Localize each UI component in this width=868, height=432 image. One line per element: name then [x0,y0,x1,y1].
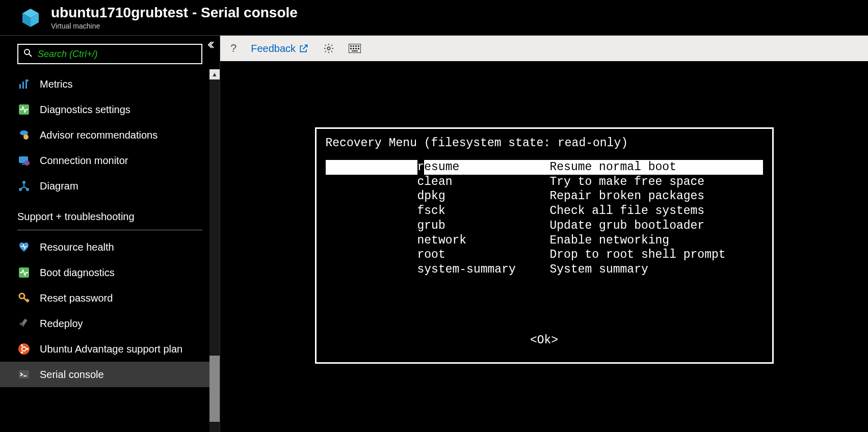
sidebar: Metrics Diagnostics settings Advisor rec… [0,36,220,432]
menu-item-key: clean [417,175,550,190]
page-title: ubuntu1710grubtest - Serial console [51,5,298,21]
heart-icon [17,240,31,254]
gear-icon [323,43,334,54]
connection-monitor-icon [17,154,31,167]
section-divider [17,230,202,230]
scroll-up-arrow-icon[interactable]: ▲ [209,69,220,79]
sidebar-item-label: Ubuntu Advantage support plan [40,343,182,355]
toolbar: ? Feedback [220,36,868,61]
diagram-icon [17,179,31,193]
nav-monitoring: Metrics Diagnostics settings Advisor rec… [0,69,220,199]
menu-item-desc: Drop to root shell prompt [550,248,726,262]
recovery-menu-title: Recovery Menu (filesystem state: read-on… [326,136,763,151]
page-subtitle: Virtual machine [51,22,298,30]
sidebar-item-label: Serial console [40,369,104,381]
svg-rect-5 [19,84,21,89]
help-button[interactable]: ? [230,42,236,55]
search-input[interactable] [38,49,196,60]
svg-rect-27 [19,370,29,379]
sidebar-item-ubuntu-advantage[interactable]: Ubuntu Advantage support plan [0,336,220,362]
menu-item-key: dpkg [417,189,550,204]
svg-rect-35 [350,48,352,49]
keyboard-icon [349,44,361,53]
svg-point-3 [24,49,30,55]
sidebar-item-boot-diagnostics[interactable]: Boot diagnostics [0,260,220,285]
sidebar-item-label: Connection monitor [40,155,128,167]
sidebar-item-label: Diagram [40,180,78,192]
sidebar-item-metrics[interactable]: Metrics [0,71,220,97]
feedback-button[interactable]: Feedback [251,43,309,55]
sidebar-item-connection-monitor[interactable]: Connection monitor [0,148,220,173]
menu-item-key: fsck [417,204,550,219]
redeploy-icon [17,317,31,330]
sidebar-scrollbar[interactable]: ▲ [209,69,220,432]
recovery-menu-item[interactable]: dpkgRepair broken packages [326,189,763,204]
ubuntu-icon [17,342,31,356]
settings-button[interactable] [323,43,334,54]
console-area[interactable]: Recovery Menu (filesystem state: read-on… [220,61,868,432]
sidebar-item-label: Metrics [40,78,72,90]
recovery-menu-item[interactable]: networkEnable networking [326,233,763,248]
menu-item-key: system-summary [417,262,550,277]
external-link-icon [299,43,309,53]
svg-rect-6 [22,82,24,89]
svg-point-25 [21,344,23,346]
recovery-menu-item[interactable]: resumeResume normal boot [326,160,763,175]
menu-item-desc: Resume normal boot [550,160,676,175]
menu-item-desc: Enable networking [550,233,670,248]
sidebar-item-label: Boot diagnostics [40,267,115,279]
sidebar-item-diagnostics-settings[interactable]: Diagnostics settings [0,97,220,122]
sidebar-item-serial-console[interactable]: Serial console [0,362,220,387]
svg-rect-31 [350,45,352,47]
svg-point-14 [24,160,30,166]
menu-item-key: resume [417,160,550,175]
recovery-menu-item[interactable]: cleanTry to make free space [326,175,763,190]
search-box[interactable] [17,44,202,64]
nav-support: Resource health Boot diagnostics Reset p… [0,232,220,387]
sidebar-item-diagram[interactable]: Diagram [0,173,220,199]
sidebar-item-resource-health[interactable]: Resource health [0,234,220,260]
ok-button[interactable]: <Ok> [326,333,763,348]
svg-point-11 [23,134,29,140]
main-pane: ? Feedback Recovery Menu (filesystem [220,36,868,432]
menu-item-desc: Try to make free space [550,175,705,190]
recovery-menu-item[interactable]: rootDrop to root shell prompt [326,248,763,262]
recovery-menu-box: Recovery Menu (filesystem state: read-on… [315,127,774,364]
sidebar-item-label: Reset password [40,292,113,304]
sidebar-item-reset-password[interactable]: Reset password [0,285,220,311]
svg-rect-37 [355,48,357,49]
recovery-menu-item[interactable]: system-summarySystem summary [326,262,763,277]
sidebar-item-label: Resource health [40,241,114,253]
menu-item-desc: Repair broken packages [550,189,705,204]
scrollbar-thumb[interactable] [209,356,220,422]
serial-console-icon [17,368,31,381]
menu-item-desc: Update grub bootloader [550,219,705,233]
svg-rect-13 [22,164,25,165]
boot-diagnostics-icon [17,266,31,279]
svg-point-19 [19,293,24,299]
svg-rect-39 [352,50,358,51]
menu-item-key: root [417,248,550,262]
sidebar-item-advisor[interactable]: Advisor recommendations [0,122,220,148]
svg-rect-33 [355,45,357,47]
search-icon [23,48,33,60]
sidebar-item-label: Redeploy [40,318,83,330]
collapse-sidebar-button[interactable] [206,41,215,51]
svg-point-29 [327,47,330,50]
recovery-menu-item[interactable]: fsckCheck all file systems [326,204,763,219]
keyboard-button[interactable] [349,44,361,53]
recovery-menu-item[interactable]: grubUpdate grub bootloader [326,219,763,233]
recovery-menu-list: resumeResume normal bootcleanTry to make… [326,160,763,277]
menu-item-key: network [417,233,550,248]
section-title-support: Support + troubleshooting [0,199,220,227]
key-icon [17,291,31,305]
page-header: ubuntu1710grubtest - Serial console Virt… [0,0,868,36]
svg-point-15 [22,181,25,184]
diagnostics-icon [17,103,31,116]
menu-item-key: grub [417,219,550,233]
svg-rect-32 [353,45,354,47]
svg-point-26 [21,352,23,354]
svg-rect-34 [358,45,359,47]
sidebar-item-redeploy[interactable]: Redeploy [0,311,220,336]
sidebar-item-label: Diagnostics settings [40,104,130,116]
